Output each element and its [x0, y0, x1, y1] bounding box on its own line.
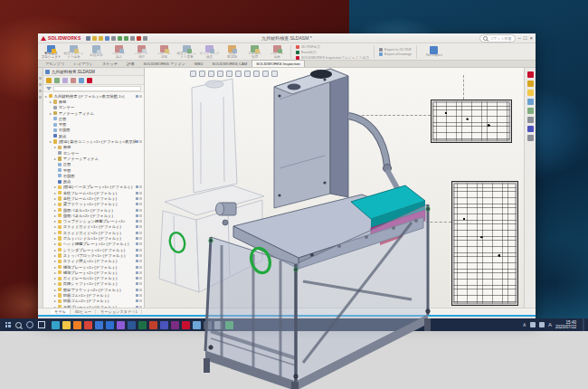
taskbar-app-mail[interactable]	[106, 321, 114, 329]
tree-item[interactable]: 原点	[43, 133, 144, 138]
featuremanager-tab-icon[interactable]	[46, 78, 52, 83]
filter-input[interactable]	[53, 86, 141, 91]
display-pane-icons[interactable]	[136, 271, 142, 274]
tree-item[interactable]: ▸(固定) 架台ユニット<1> (デフォルト<表示状態-1>)	[43, 138, 144, 144]
tree-item[interactable]: センサー	[43, 105, 144, 110]
taskbar-search-icon[interactable]	[15, 322, 22, 328]
display-pane-icons[interactable]	[136, 249, 142, 251]
ribbon-button-サンプリング[interactable]: サンプリング検査	[198, 44, 221, 60]
display-pane-icons[interactable]	[136, 282, 142, 285]
forum-icon[interactable]	[527, 126, 534, 132]
tree-item[interactable]: ▸天板プレート<1> (デフォルト)	[43, 304, 144, 308]
start-button[interactable]	[5, 322, 11, 327]
taskbar-app-excel[interactable]	[138, 321, 147, 329]
display-pane-icons[interactable]	[136, 294, 142, 297]
close-button[interactable]: ×	[529, 35, 533, 41]
taskbar-app-photos[interactable]	[95, 321, 103, 329]
options-icon[interactable]	[143, 36, 147, 41]
tree-item[interactable]: ▸アノテートアイテム	[43, 110, 144, 116]
appearances-scenes-icon[interactable]	[527, 108, 534, 114]
taskbar-app-powerpoint[interactable]	[149, 321, 157, 329]
ribbon-button-新規検査[interactable]: 新規検査プロジェクト	[40, 44, 62, 60]
configurationmanager-tab-icon[interactable]	[62, 78, 68, 83]
solidworks-logo[interactable]: SOLIDWORKS	[41, 35, 81, 41]
cortana-icon[interactable]	[26, 321, 33, 328]
design-library-icon[interactable]	[527, 81, 534, 87]
ribbon-button-特性[interactable]: 特性再認識	[221, 44, 243, 60]
display-pane-icons[interactable]	[136, 266, 142, 269]
document-tab[interactable]: 九州材料検査.SLDASM	[43, 68, 144, 76]
command-search-box[interactable]: コマンド検索	[479, 34, 515, 43]
displaymanager-tab-icon[interactable]	[79, 78, 84, 83]
tab-SOLIDWORKS アドイン[interactable]: SOLIDWORKS アドイン	[138, 60, 190, 67]
taskbar-app-store[interactable]	[117, 321, 125, 329]
net-inspect-button[interactable]: Net Inspect	[419, 44, 450, 60]
display-pane-icons[interactable]	[136, 140, 142, 143]
taskbar-app-firefox[interactable]	[73, 321, 81, 329]
maximize-button[interactable]: □	[524, 35, 527, 41]
dimxpertmanager-tab-icon[interactable]	[71, 78, 76, 83]
file-explorer-icon[interactable]	[527, 90, 534, 96]
propertymanager-tab-icon[interactable]	[54, 78, 60, 83]
taskbar-app-chrome[interactable]	[84, 321, 92, 329]
solidworks-resources-icon[interactable]	[527, 71, 534, 78]
minimize-button[interactable]: –	[518, 35, 521, 41]
taskbar-app-file-explorer[interactable]	[62, 321, 71, 329]
tree-item[interactable]: ▸履歴	[43, 99, 144, 104]
network-icon[interactable]	[530, 322, 536, 327]
display-pane-icons[interactable]	[136, 306, 142, 308]
tab-レイアウト[interactable]: レイアウト	[69, 60, 97, 67]
ribbon-button-検査プロジェ[interactable]: 検査プロジェクト編集	[62, 44, 85, 60]
tree-item[interactable]: 右側面	[43, 128, 144, 133]
display-pane-icons[interactable]	[136, 225, 142, 228]
ribbon-button-工程能力[interactable]: 工程能力管理	[243, 44, 266, 60]
tab-評価[interactable]: 評価	[122, 60, 138, 67]
tray-chevron-icon[interactable]: ∧	[523, 322, 526, 327]
display-pane-icons[interactable]	[136, 209, 142, 212]
task-view-icon[interactable]	[38, 321, 45, 328]
display-pane-icons[interactable]	[136, 299, 142, 302]
display-pane-icons[interactable]	[136, 203, 142, 205]
taskbar-clock[interactable]: 15:40 2020/07/22	[555, 320, 576, 329]
export-item[interactable]: Export to 2D PDF	[379, 48, 412, 52]
model-tab-モデル[interactable]: モデル	[51, 309, 71, 314]
open-icon[interactable]	[99, 36, 103, 41]
home-icon[interactable]	[86, 36, 90, 41]
redo-icon[interactable]	[124, 36, 128, 41]
ribbon-button-バルーン[interactable]: バルーン挿入	[108, 44, 130, 60]
drawing-view-side[interactable]	[451, 181, 518, 306]
select-icon[interactable]	[130, 36, 135, 41]
display-pane-icons[interactable]	[136, 289, 142, 291]
filter-icon[interactable]	[46, 87, 52, 90]
export-item[interactable]: 2D PDF出力	[296, 44, 369, 49]
model-tab-モーションスタディ1[interactable]: モーションスタディ1	[97, 309, 142, 314]
display-pane-icons[interactable]	[136, 237, 142, 240]
tree-item[interactable]: 正面	[43, 116, 144, 121]
display-pane-icons[interactable]	[136, 95, 142, 98]
taskbar-app-edge[interactable]	[52, 321, 60, 329]
custom-properties-icon[interactable]	[527, 117, 534, 123]
new-document-icon[interactable]	[92, 36, 97, 41]
ribbon-button-バルーン[interactable]: バルーン保存	[130, 44, 153, 60]
model-tab-3Dビュー[interactable]: 3Dビュー	[71, 309, 96, 314]
export-item[interactable]: Excel出力	[296, 50, 369, 54]
recycle-icon[interactable]	[527, 135, 534, 141]
display-pane-icons[interactable]	[136, 277, 142, 280]
print-icon[interactable]	[111, 36, 116, 41]
display-pane-icons[interactable]	[136, 242, 142, 245]
export-item[interactable]: Export eDrawings	[379, 52, 412, 56]
inspection-tab-tab-icon[interactable]	[87, 78, 92, 83]
tree-item[interactable]: ▸九州材料検査 (デフォルト<表示状態-1>)	[43, 93, 144, 99]
display-pane-icons[interactable]	[136, 214, 142, 217]
ime-indicator[interactable]: A	[548, 322, 552, 327]
display-pane-icons[interactable]	[136, 260, 142, 262]
save-icon[interactable]	[105, 36, 109, 41]
rebuild-icon[interactable]	[137, 36, 141, 41]
show-desktop-button[interactable]	[583, 318, 584, 331]
tab-アセンブリ[interactable]: アセンブリ	[41, 60, 69, 67]
tab-スケッチ[interactable]: スケッチ	[98, 60, 122, 67]
ribbon-button-バルーン[interactable]: バルーン編集	[266, 44, 289, 60]
taskbar-app-onenote[interactable]	[171, 321, 179, 329]
assembly-3d-model[interactable]	[185, 60, 457, 389]
undo-icon[interactable]	[118, 36, 122, 41]
